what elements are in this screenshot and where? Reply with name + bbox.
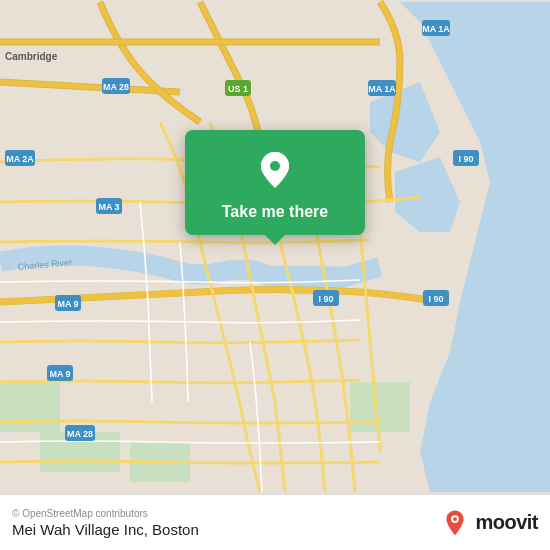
svg-text:MA 1A: MA 1A [422, 24, 450, 34]
svg-text:US 1: US 1 [228, 84, 248, 94]
svg-point-39 [270, 161, 280, 171]
svg-text:MA 3: MA 3 [98, 202, 119, 212]
svg-text:MA 2A: MA 2A [6, 154, 34, 164]
svg-text:MA 28: MA 28 [103, 82, 129, 92]
app: MA 28 US 1 MA 1A MA 1A MA 2A MA 3 I 90 I… [0, 0, 550, 550]
footer-left: © OpenStreetMap contributors Mei Wah Vil… [12, 508, 199, 538]
svg-point-41 [453, 517, 457, 521]
moovit-logo: moovit [441, 509, 538, 537]
place-name: Mei Wah Village Inc, Boston [12, 521, 199, 538]
svg-text:I 90: I 90 [428, 294, 443, 304]
svg-text:MA 9: MA 9 [49, 369, 70, 379]
svg-text:I 90: I 90 [458, 154, 473, 164]
svg-text:MA 1A: MA 1A [368, 84, 396, 94]
location-pin-icon [253, 148, 297, 192]
svg-rect-4 [0, 382, 60, 432]
map-area: MA 28 US 1 MA 1A MA 1A MA 2A MA 3 I 90 I… [0, 0, 550, 494]
popup-label: Take me there [222, 202, 328, 221]
map-svg: MA 28 US 1 MA 1A MA 1A MA 2A MA 3 I 90 I… [0, 0, 550, 494]
moovit-pin-icon [441, 509, 469, 537]
copyright-text: © OpenStreetMap contributors [12, 508, 199, 519]
moovit-text: moovit [475, 511, 538, 534]
svg-text:MA 28: MA 28 [67, 429, 93, 439]
svg-text:Cambridge: Cambridge [5, 51, 58, 62]
footer-bar: © OpenStreetMap contributors Mei Wah Vil… [0, 494, 550, 550]
svg-text:I 90: I 90 [318, 294, 333, 304]
popup-card[interactable]: Take me there [185, 130, 365, 235]
svg-text:MA 9: MA 9 [57, 299, 78, 309]
svg-rect-7 [350, 382, 410, 432]
